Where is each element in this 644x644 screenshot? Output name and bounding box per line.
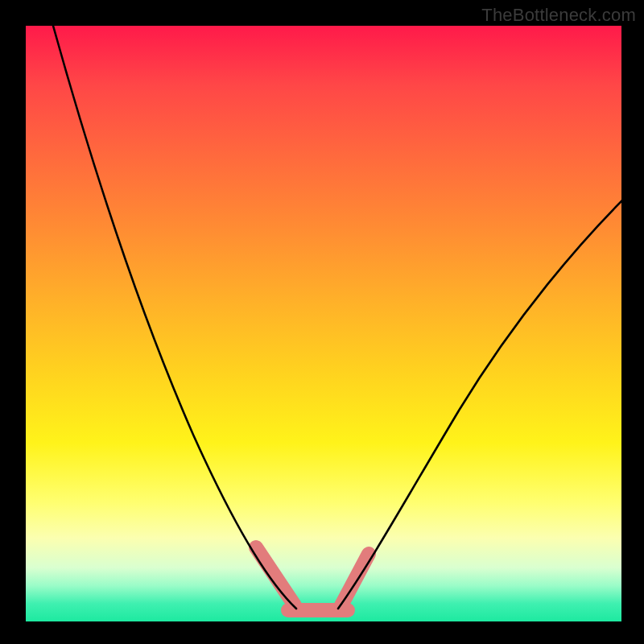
left-curve [53, 26, 296, 609]
chart-frame: TheBottleneck.com [0, 0, 644, 644]
svg-line-0 [256, 547, 295, 605]
valley-marker [256, 547, 369, 610]
watermark-text: TheBottleneck.com [481, 5, 636, 26]
chart-svg [0, 0, 644, 644]
right-curve [338, 187, 636, 609]
